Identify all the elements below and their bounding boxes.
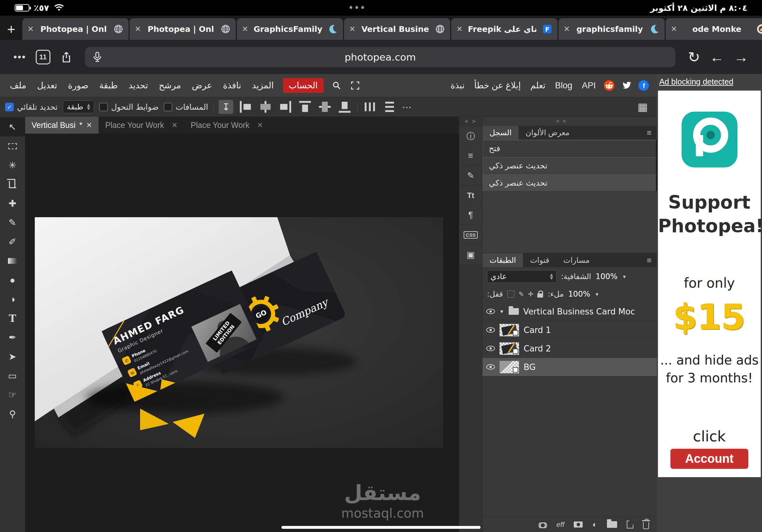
layer-row-card-1[interactable]: Card 1: [483, 321, 657, 339]
tab-freepik[interactable]: Freepik ناي على F: [451, 18, 558, 40]
strip-collapse-icon[interactable]: < >: [459, 117, 482, 126]
layer-row-bg[interactable]: BG: [483, 358, 657, 376]
twitter-icon[interactable]: [618, 80, 635, 91]
visibility-toggle[interactable]: [486, 364, 495, 370]
menu-view[interactable]: عرض: [187, 80, 218, 91]
history-step-open[interactable]: فتح: [483, 140, 657, 157]
align-left-icon[interactable]: [238, 100, 253, 114]
reddit-icon[interactable]: [600, 80, 618, 91]
link-report-bug[interactable]: إبلاغ عن خطأ: [469, 80, 526, 91]
history-panel-menu-icon[interactable]: ≡: [642, 128, 657, 138]
close-tab-icon[interactable]: [242, 25, 248, 33]
microphone-icon[interactable]: [91, 51, 104, 64]
doc-tab-place-your-work-2[interactable]: Place Your Work: [185, 117, 270, 134]
distribute-vertical-icon[interactable]: [382, 100, 397, 114]
doc-tab-vertical-business[interactable]: Vertical Busi *: [25, 117, 99, 134]
opacity-dropdown-icon[interactable]: [622, 274, 627, 279]
close-doc-icon[interactable]: [172, 121, 178, 129]
gradient-tool[interactable]: [0, 251, 25, 270]
fullscreen-icon[interactable]: [346, 81, 364, 90]
history-step-update-smart-object-1[interactable]: تحديث عنصر ذكي: [483, 157, 657, 174]
align-middle-vertical-icon[interactable]: [318, 100, 332, 114]
search-icon[interactable]: [327, 81, 346, 90]
align-top-icon[interactable]: [298, 100, 312, 114]
auto-select-checkbox[interactable]: [5, 103, 14, 111]
close-tab-icon[interactable]: [564, 25, 570, 33]
pen-tool[interactable]: ✒: [0, 328, 25, 347]
menu-filter[interactable]: مرشح: [153, 80, 187, 91]
type-tool[interactable]: T: [0, 309, 25, 328]
panel-tab-layers[interactable]: الطبقات: [483, 253, 523, 267]
close-tab-icon[interactable]: [135, 25, 141, 33]
reload-icon[interactable]: ↻: [688, 50, 700, 64]
healing-brush-tool[interactable]: ✚: [0, 194, 25, 213]
address-bar[interactable]: photopea.com: [85, 47, 676, 67]
close-tab-icon[interactable]: [456, 25, 463, 33]
expand-caret-icon[interactable]: [499, 309, 504, 314]
forward-icon[interactable]: →: [734, 50, 749, 64]
layers-panel-menu-icon[interactable]: ≡: [642, 255, 657, 265]
new-tab-button[interactable]: +: [0, 19, 22, 40]
effects-icon[interactable]: eff: [557, 520, 564, 529]
new-layer-icon[interactable]: [627, 520, 634, 528]
tab-graphicsfamily-2[interactable]: graphicsfamily F: [559, 18, 665, 40]
menu-window[interactable]: نافذة: [218, 80, 247, 91]
path-select-tool[interactable]: ➤: [0, 347, 25, 366]
menu-layer[interactable]: طبقة: [94, 80, 123, 91]
close-doc-icon[interactable]: [257, 121, 263, 129]
auto-select-target-dropdown[interactable]: طبقة: [63, 100, 95, 113]
blur-tool[interactable]: ●: [0, 270, 25, 290]
tab-photopea-2[interactable]: Photopea | Onl F: [129, 18, 236, 40]
tab-code-monkey[interactable]: ode Monke F: [666, 18, 762, 40]
crop-tool[interactable]: [0, 175, 25, 194]
info-panel-icon[interactable]: ⓘ: [459, 126, 483, 146]
blend-mode-dropdown[interactable]: عادي: [487, 270, 557, 283]
menu-image[interactable]: صورة: [62, 80, 94, 91]
back-icon[interactable]: ←: [710, 50, 724, 64]
lock-position-icon[interactable]: ✛: [528, 290, 534, 298]
menu-select[interactable]: تحديد: [123, 80, 153, 91]
share-icon[interactable]: [60, 51, 73, 63]
tab-vertical-business[interactable]: Vertical Busine F: [344, 18, 450, 40]
link-learn[interactable]: تعلم: [526, 80, 550, 91]
dodge-tool[interactable]: ◑: [0, 290, 25, 309]
arrange-grid-icon[interactable]: ▦: [638, 100, 651, 113]
panel-tab-paths[interactable]: مسارات: [556, 253, 596, 267]
distances-checkbox[interactable]: [164, 103, 172, 111]
tab-photopea-1[interactable]: Photopea | Onl F: [22, 18, 128, 40]
browser-overflow-menu[interactable]: •••: [13, 51, 26, 63]
history-step-update-smart-object-2[interactable]: تحديث عنصر ذكي: [483, 174, 657, 191]
panel-tab-history[interactable]: السجل: [483, 126, 518, 140]
menu-more[interactable]: المزيد: [247, 80, 279, 91]
canvas[interactable]: GO Company: [25, 134, 459, 532]
link-blog[interactable]: Blog: [550, 81, 577, 91]
panel-tab-channels[interactable]: قنوات: [523, 253, 556, 267]
tab-overview-button[interactable]: 11: [36, 50, 50, 64]
home-indicator[interactable]: [281, 526, 481, 529]
visibility-toggle[interactable]: [486, 309, 495, 314]
visibility-toggle[interactable]: [486, 327, 495, 333]
menu-file[interactable]: ملف: [4, 80, 32, 91]
panel-tab-color-gallery[interactable]: معرض الألوان: [518, 126, 576, 140]
clone-stamp-tool[interactable]: ✐: [0, 232, 25, 251]
zoom-tool[interactable]: ⚲: [0, 404, 25, 424]
lock-transparency-icon[interactable]: [507, 291, 514, 298]
brush-tool[interactable]: ✎: [0, 213, 25, 232]
lock-all-icon[interactable]: [537, 291, 543, 298]
align-center-horizontal-icon[interactable]: [258, 100, 273, 114]
distribute-horizontal-icon[interactable]: [362, 100, 377, 114]
panels-collapse-icon[interactable]: > <: [483, 117, 657, 126]
paragraph-panel-icon[interactable]: ¶: [459, 205, 483, 225]
brush-panel-icon[interactable]: ✎: [459, 166, 483, 186]
magic-wand-tool[interactable]: ✳: [0, 156, 25, 175]
align-to-canvas-button[interactable]: ↧: [219, 100, 233, 114]
hand-tool[interactable]: ☞: [0, 385, 25, 404]
tab-graphicsfamily-1[interactable]: GraphicsFamily F: [237, 18, 343, 40]
visibility-toggle[interactable]: [486, 346, 495, 351]
character-panel-icon[interactable]: Tt: [459, 186, 483, 205]
close-doc-icon[interactable]: [86, 121, 92, 129]
link-about[interactable]: نبذة: [446, 80, 469, 91]
layer-row-card-2[interactable]: Card 2: [483, 339, 657, 358]
account-button[interactable]: الحساب: [283, 78, 324, 93]
transform-controls-checkbox[interactable]: [99, 103, 108, 111]
